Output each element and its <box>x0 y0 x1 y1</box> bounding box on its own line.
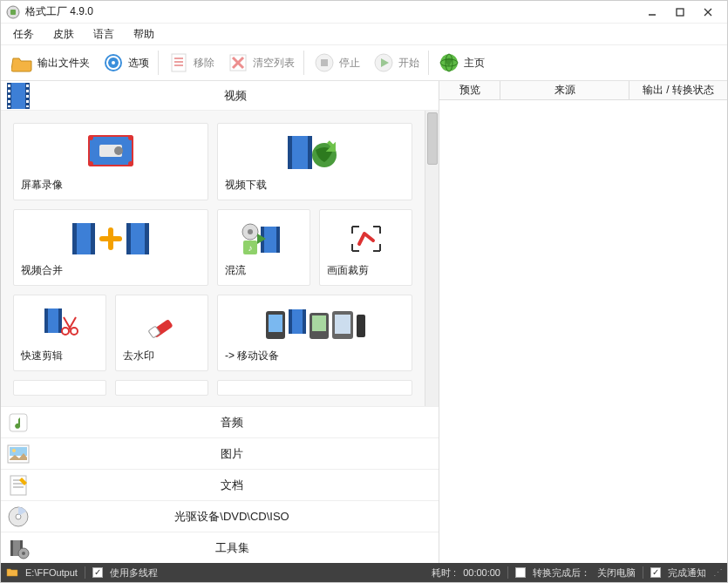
shutdown-label[interactable]: 关闭电脑 <box>597 566 636 580</box>
stop-button[interactable]: 停止 <box>308 49 365 77</box>
options-button[interactable]: 选项 <box>97 49 154 77</box>
resize-grip[interactable]: ⋰ <box>713 567 722 579</box>
status-separator <box>643 566 643 579</box>
tile-label: 画面裁剪 <box>327 263 405 278</box>
category-document[interactable]: 文档 <box>1 469 439 500</box>
clear-list-button[interactable]: 清空列表 <box>221 49 300 77</box>
picture-icon <box>6 442 31 466</box>
clear-icon <box>227 51 249 74</box>
status-bar: E:\FFOutput 使用多线程 耗时 : 00:00:00 转换完成后： 关… <box>1 563 727 582</box>
tile-partial[interactable] <box>115 380 208 396</box>
tile-mux[interactable]: ♪ 混流 <box>217 209 310 286</box>
globe-icon <box>438 51 460 74</box>
tile-label: 快速剪辑 <box>21 349 99 363</box>
tile-screen-record[interactable]: 屏幕录像 <box>13 123 208 200</box>
vertical-scrollbar[interactable] <box>425 111 439 406</box>
svg-rect-27 <box>8 95 10 98</box>
eraser-icon <box>123 304 201 343</box>
start-button[interactable]: 开始 <box>367 49 425 77</box>
category-optical[interactable]: 光驱设备\DVD\CD\ISO <box>1 500 439 532</box>
video-grid-scroll: 屏幕录像 视频下载 视频合 <box>1 111 425 406</box>
svg-rect-74 <box>269 315 282 332</box>
category-video-header[interactable]: 视频 <box>1 81 439 111</box>
svg-point-39 <box>88 161 93 166</box>
mux-icon: ♪ <box>225 219 303 258</box>
minimize-button[interactable] <box>638 3 666 22</box>
video-grid: 屏幕录像 视频下载 视频合 <box>1 111 425 396</box>
close-button[interactable] <box>694 3 722 22</box>
svg-rect-53 <box>145 223 149 254</box>
svg-rect-76 <box>289 309 292 334</box>
svg-rect-79 <box>312 315 326 331</box>
tile-mobile[interactable]: -> 移动设备 <box>217 295 412 371</box>
left-panel: 视频 屏幕录像 <box>1 81 439 563</box>
screen-record-icon <box>21 132 201 173</box>
app-window: 格式工厂 4.9.0 任务 皮肤 语言 帮助 输出文件夹 选项 移除 清空列表 <box>0 0 728 583</box>
status-right: 耗时 : 00:00:00 转换完成后： 关闭电脑 完成通知 ⋰ <box>432 566 722 580</box>
tile-fast-clip[interactable]: 快速剪辑 <box>13 295 106 371</box>
tile-label: 视频合并 <box>21 263 201 278</box>
svg-rect-44 <box>288 136 292 169</box>
svg-rect-50 <box>91 223 95 254</box>
svg-point-7 <box>112 61 115 64</box>
stop-icon <box>313 51 336 74</box>
crop-icon <box>327 219 405 258</box>
options-icon <box>102 51 125 74</box>
svg-rect-49 <box>72 223 77 254</box>
menu-skin[interactable]: 皮肤 <box>48 25 79 44</box>
svg-rect-60 <box>276 227 280 253</box>
category-audio[interactable]: 音频 <box>1 406 439 437</box>
status-separator <box>507 566 508 579</box>
tile-remove-watermark[interactable]: 去水印 <box>115 295 208 371</box>
category-video-label: 视频 <box>37 88 433 104</box>
status-separator <box>85 566 85 579</box>
disc-icon <box>6 505 31 529</box>
content-area: 视频 屏幕录像 <box>1 81 727 563</box>
stop-label: 停止 <box>339 56 360 71</box>
window-title: 格式工厂 4.9.0 <box>25 4 638 19</box>
svg-rect-31 <box>26 90 29 92</box>
col-source[interactable]: 来源 <box>500 81 629 99</box>
video-grid-wrap: 屏幕录像 视频下载 视频合 <box>1 111 439 406</box>
task-list[interactable] <box>439 100 727 563</box>
svg-rect-81 <box>335 315 350 334</box>
scroll-track[interactable] <box>425 166 439 406</box>
homepage-button[interactable]: 主页 <box>432 49 490 77</box>
menu-task[interactable]: 任务 <box>8 25 39 44</box>
svg-rect-25 <box>8 85 10 87</box>
remove-button[interactable]: 移除 <box>162 49 220 77</box>
category-image[interactable]: 图片 <box>1 437 439 469</box>
menu-help[interactable]: 帮助 <box>128 25 160 44</box>
shutdown-checkbox[interactable] <box>515 567 526 578</box>
menu-bar: 任务 皮肤 语言 帮助 <box>1 24 727 44</box>
tile-partial[interactable] <box>13 380 106 396</box>
output-path[interactable]: E:\FFOutput <box>25 567 78 578</box>
maximize-button[interactable] <box>666 3 694 22</box>
notify-checkbox[interactable] <box>650 567 661 578</box>
tile-video-download[interactable]: 视频下载 <box>217 123 412 200</box>
scroll-thumb[interactable] <box>427 112 438 165</box>
title-bar: 格式工厂 4.9.0 <box>1 1 727 24</box>
tile-partial[interactable] <box>217 380 412 396</box>
homepage-label: 主页 <box>464 56 485 71</box>
svg-rect-3 <box>677 9 684 16</box>
tile-video-merge[interactable]: 视频合并 <box>13 209 208 286</box>
folder-small-icon <box>6 566 18 579</box>
svg-rect-77 <box>303 309 306 334</box>
multithread-checkbox[interactable] <box>92 567 103 578</box>
notify-label: 完成通知 <box>668 566 706 580</box>
music-icon <box>6 410 31 435</box>
svg-point-40 <box>128 161 133 166</box>
svg-rect-28 <box>8 100 10 103</box>
tile-crop[interactable]: 画面裁剪 <box>319 209 412 286</box>
category-toolset[interactable]: 工具集 <box>1 532 439 563</box>
video-icon <box>6 84 31 108</box>
output-folder-label: 输出文件夹 <box>37 56 90 71</box>
col-status[interactable]: 输出 / 转换状态 <box>629 81 727 99</box>
menu-language[interactable]: 语言 <box>88 25 119 44</box>
toolbar-separator <box>303 51 304 75</box>
output-folder-button[interactable]: 输出文件夹 <box>6 49 95 77</box>
col-preview[interactable]: 预览 <box>439 81 500 99</box>
svg-point-38 <box>128 135 133 140</box>
tile-label: 屏幕录像 <box>21 178 201 193</box>
